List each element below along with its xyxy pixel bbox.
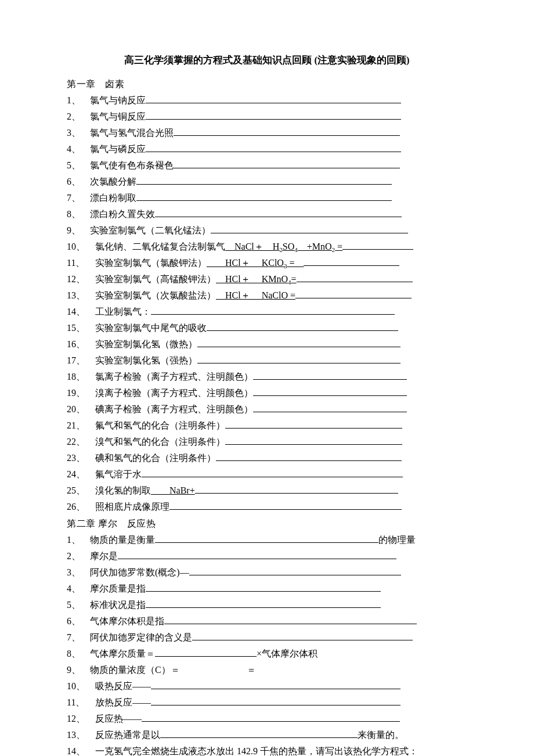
item-number: 20、	[67, 401, 95, 417]
blank-line	[207, 321, 398, 331]
ch1-item: 14、工业制氯气：	[67, 304, 467, 320]
ch1-item: 25、溴化氢的制取 NaBr+	[67, 483, 467, 499]
item-formula: NaBr+	[151, 483, 195, 499]
item-label: 工业制氯气：	[95, 304, 151, 320]
blank-line	[216, 451, 402, 461]
item-number: 8、	[67, 646, 90, 662]
item-number: 5、	[67, 597, 90, 613]
item-label: 摩尔是	[90, 548, 118, 564]
blank-line	[253, 402, 407, 412]
blank-line	[174, 126, 400, 136]
blank-line	[118, 549, 396, 559]
blank-line	[197, 337, 400, 347]
blank-line	[142, 467, 403, 477]
item-label: 阿伏加德罗常数(概念)—	[90, 564, 189, 581]
ch2-item: 4、摩尔质量是指	[67, 581, 467, 597]
item-number: 3、	[67, 125, 90, 141]
blank-line	[197, 354, 400, 363]
blank-line	[169, 500, 402, 510]
item-label: 物质的量是衡量	[90, 532, 155, 548]
item-number: 11、	[67, 255, 95, 271]
item-number: 23、	[67, 450, 95, 466]
item-label: 漂白粉久置失效	[90, 206, 155, 222]
ch1-item: 20、碘离子检验（离子方程式、注明颜色）	[67, 401, 467, 417]
ch1-item: 17、实验室制氯化氢（强热）	[67, 352, 467, 369]
item-number: 4、	[67, 581, 90, 597]
item-number: 25、	[67, 483, 95, 499]
item-number: 8、	[67, 206, 90, 222]
blank-line	[151, 696, 400, 705]
ch2-item: 12、反应热——	[67, 711, 467, 727]
ch1-item: 2、氯气与铜反应	[67, 109, 467, 125]
ch1-item: 1、氯气与钠反应	[67, 92, 467, 109]
blank-line	[164, 614, 417, 624]
item-label: 溴气和氢气的化合（注明条件）	[95, 434, 225, 450]
blank-line	[304, 256, 399, 266]
item-number: 4、	[67, 141, 90, 157]
item-number: 24、	[67, 466, 95, 483]
item-number: 10、	[67, 239, 95, 255]
item-label: 反应热——	[95, 711, 142, 727]
item-number: 2、	[67, 548, 90, 564]
item-mid: ＝	[247, 662, 256, 678]
blank-line	[146, 598, 381, 608]
item-formula: HCl＋ KClO3 =	[207, 255, 304, 271]
blank-line	[136, 191, 392, 201]
item-number: 19、	[67, 385, 95, 401]
item-label: 实验室制氯气（次氯酸盐法）	[95, 287, 216, 304]
blank-line	[342, 240, 413, 250]
item-label: 实验室制氯气中尾气的吸收	[95, 320, 207, 336]
ch1-item: 22、溴气和氢气的化合（注明条件）	[67, 434, 467, 450]
item-number: 11、	[67, 694, 95, 711]
item-label: 照相底片成像原理	[95, 499, 169, 515]
ch1-item: 10、氯化钠、二氧化锰复合法制氯气 NaCl＋ H2SO4 +MnO2 =	[67, 239, 467, 255]
item-label: 阿伏加德罗定律的含义是	[90, 629, 192, 646]
item-number: 17、	[67, 352, 95, 369]
item-label: 碘离子检验（离子方程式、注明颜色）	[95, 401, 253, 417]
item-label: 氯气与钠反应	[90, 92, 146, 109]
item-number: 7、	[67, 190, 90, 206]
item-number: 15、	[67, 320, 95, 336]
item-label: 氯气使有色布条褪色	[90, 157, 174, 174]
blank-line	[225, 435, 402, 445]
item-formula: HCl＋ NaClO =	[216, 287, 295, 304]
item-number: 13、	[67, 287, 95, 304]
item-number: 6、	[67, 613, 90, 629]
page-title: 高三化学须掌握的方程式及基础知识点回顾 (注意实验现象的回顾)	[67, 52, 467, 69]
ch2-item: 7、阿伏加德罗定律的含义是	[67, 629, 467, 646]
item-number: 9、	[67, 662, 90, 678]
item-label: 实验室制氯气（高锰酸钾法）	[95, 271, 216, 287]
ch2-item: 14、一克氢气完全燃烧生成液态水放出 142.9 千焦的热量，请写出该热化学方程…	[67, 743, 467, 756]
blank-line	[192, 631, 413, 640]
item-label: 氯化钠、二氧化锰复合法制氯气	[95, 239, 225, 255]
item-number: 14、	[67, 304, 95, 320]
item-label: 实验室制氯气（二氧化锰法）	[90, 222, 211, 239]
ch1-item: 23、碘和氢气的化合（注明条件）	[67, 450, 467, 466]
item-number: 21、	[67, 417, 95, 434]
item-number: 26、	[67, 499, 95, 515]
blank-line	[146, 110, 401, 120]
item-number: 18、	[67, 369, 95, 385]
item-formula: HCl＋ KMnO4=	[216, 271, 297, 287]
ch2-item: 9、物质的量浓度（C）＝＝	[67, 662, 467, 678]
item-label: 次氯酸分解	[90, 174, 136, 190]
blank-line	[297, 272, 413, 282]
item-number: 7、	[67, 629, 90, 646]
ch1-item: 21、氟气和氢气的化合（注明条件）	[67, 417, 467, 434]
ch1-item: 24、氟气溶于水	[67, 466, 467, 483]
item-number: 12、	[67, 711, 95, 727]
chapter-2-heading: 第二章 摩尔 反应热	[67, 516, 467, 532]
item-label: 氟气溶于水	[95, 466, 142, 483]
ch2-item: 10、吸热反应——	[67, 678, 467, 694]
item-label: 气体摩尔体积是指	[90, 613, 164, 629]
item-number: 16、	[67, 336, 95, 352]
ch1-item: 15、实验室制氯气中尾气的吸收	[67, 320, 467, 336]
item-label: 氟气和氢气的化合（注明条件）	[95, 417, 225, 434]
item-label: 摩尔质量是指	[90, 581, 146, 597]
item-label: 漂白粉制取	[90, 190, 136, 206]
item-number: 14、	[67, 743, 95, 756]
item-label: 实验室制氯气（氯酸钾法）	[95, 255, 207, 271]
item-formula: NaCl＋ H2SO4 +MnO2 =	[225, 239, 342, 255]
ch2-item: 13、反应热通常是以来衡量的。	[67, 727, 467, 743]
item-label: 吸热反应——	[95, 678, 151, 694]
